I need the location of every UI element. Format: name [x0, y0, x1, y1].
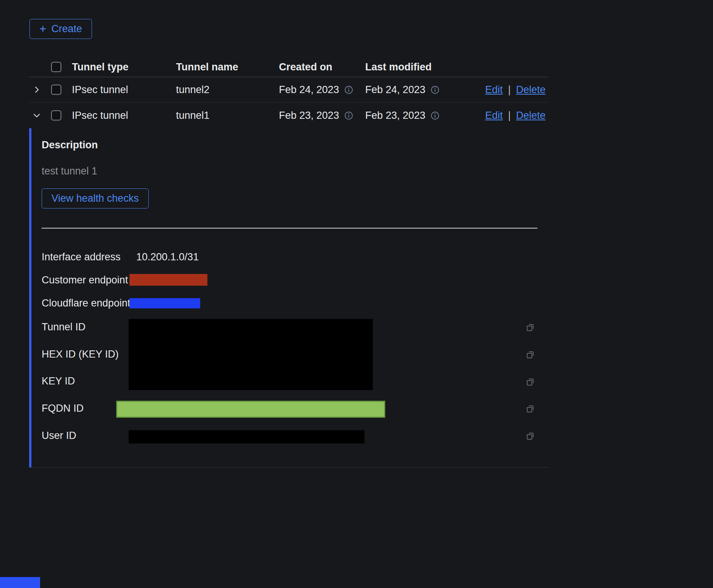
info-icon[interactable]	[344, 86, 353, 94]
plus-icon: +	[39, 23, 47, 35]
copy-icon[interactable]	[525, 322, 536, 333]
last-modified-value: Feb 23, 2023	[365, 109, 425, 122]
column-header-created-on: Created on	[279, 61, 332, 73]
created-on-cell: Feb 23, 2023	[279, 109, 353, 122]
user-id-redaction	[129, 430, 364, 443]
created-on-value: Feb 23, 2023	[279, 109, 339, 122]
create-button-label: Create	[51, 23, 82, 35]
last-modified-value: Feb 24, 2023	[365, 83, 425, 96]
copy-icon[interactable]	[525, 431, 536, 441]
row-checkbox[interactable]	[51, 110, 61, 121]
tunnel-id-label: Tunnel ID	[42, 320, 86, 333]
table-row: IPsec tunnel tunnel2 Feb 24, 2023 Feb 24…	[29, 77, 549, 103]
expanded-row-indicator	[29, 128, 31, 467]
fqdn-id-label: FQDN ID	[42, 402, 84, 415]
user-id-label: User ID	[42, 429, 76, 442]
row-actions: Edit | Delete	[485, 109, 546, 122]
copy-icon[interactable]	[525, 350, 536, 360]
expand-row-button[interactable]	[32, 85, 41, 94]
copy-icon[interactable]	[525, 377, 536, 387]
edit-link[interactable]: Edit	[485, 109, 503, 122]
column-header-last-modified: Last modified	[365, 61, 432, 73]
create-button[interactable]: + Create	[30, 19, 92, 39]
chevron-right-icon	[32, 85, 41, 94]
collapse-row-button[interactable]	[32, 111, 41, 120]
row-checkbox[interactable]	[51, 85, 61, 95]
tunnel-name-cell: tunnel2	[176, 83, 210, 96]
delete-link[interactable]: Delete	[516, 109, 546, 122]
column-header-tunnel-name: Tunnel name	[176, 61, 238, 73]
last-modified-cell: Feb 23, 2023	[365, 109, 439, 122]
tunnels-page: + Create Tunnel type Tunnel name Created…	[0, 0, 713, 588]
description-value: test tunnel 1	[42, 165, 97, 177]
last-modified-cell: Feb 24, 2023	[365, 83, 439, 96]
cloudflare-endpoint-label: Cloudflare endpoint	[42, 297, 130, 310]
key-id-label: KEY ID	[42, 375, 75, 387]
table-header: Tunnel type Tunnel name Created on Last …	[29, 57, 549, 77]
info-icon[interactable]	[431, 111, 439, 120]
row-actions: Edit | Delete	[485, 83, 546, 96]
tunnel-type-cell: IPsec tunnel	[72, 83, 128, 96]
info-icon[interactable]	[344, 111, 353, 120]
column-header-tunnel-type: Tunnel type	[72, 61, 129, 73]
select-all-checkbox[interactable]	[51, 62, 61, 72]
created-on-value: Feb 24, 2023	[279, 83, 339, 96]
customer-endpoint-redaction	[129, 274, 207, 286]
tunnel-ids-redaction	[129, 319, 373, 390]
table-row: IPsec tunnel tunnel1 Feb 23, 2023 Feb 23…	[29, 103, 549, 128]
copy-icon[interactable]	[525, 404, 536, 414]
chevron-down-icon	[32, 111, 41, 120]
info-icon[interactable]	[431, 86, 439, 94]
detail-divider	[42, 228, 537, 229]
tunnel-name-cell: tunnel1	[176, 109, 210, 122]
bottom-blue-bar	[0, 577, 40, 588]
fqdn-id-redaction	[116, 401, 385, 418]
view-health-checks-label: View health checks	[51, 193, 139, 204]
view-health-checks-button[interactable]: View health checks	[42, 188, 149, 208]
edit-link[interactable]: Edit	[485, 83, 503, 96]
description-label: Description	[42, 138, 98, 151]
table-bottom-border	[29, 467, 549, 468]
customer-endpoint-label: Customer endpoint	[42, 274, 128, 286]
hex-id-label: HEX ID (KEY ID)	[42, 348, 119, 361]
tunnel-type-cell: IPsec tunnel	[72, 109, 128, 122]
interface-address-label: Interface address	[42, 250, 121, 263]
cloudflare-endpoint-redaction	[129, 298, 200, 308]
created-on-cell: Feb 24, 2023	[279, 83, 353, 96]
interface-address-value: 10.200.1.0/31	[136, 250, 199, 263]
delete-link[interactable]: Delete	[516, 83, 546, 96]
actions-separator: |	[508, 109, 511, 122]
actions-separator: |	[508, 83, 511, 96]
